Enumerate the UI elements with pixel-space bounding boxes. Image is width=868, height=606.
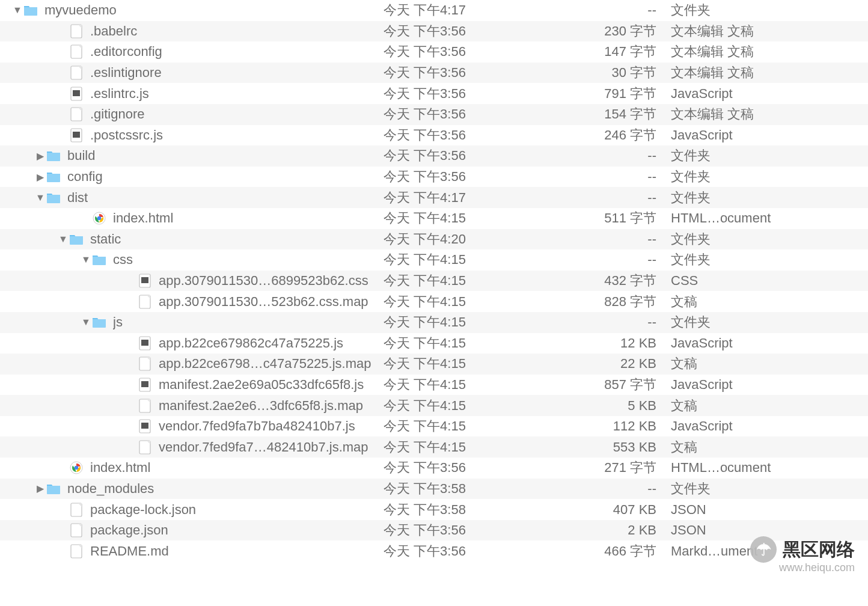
file-name: config	[67, 169, 103, 185]
file-size: --	[540, 2, 671, 18]
file-icon	[69, 106, 84, 122]
name-column: ▼myvuedemo	[0, 2, 384, 18]
file-row[interactable]: package-lock.json今天 下午3:58407 KBJSON	[0, 499, 868, 520]
file-size: 407 KB	[540, 502, 671, 518]
file-size: 511 字节	[540, 209, 671, 227]
disclosure-triangle-icon[interactable]: ▶	[35, 171, 46, 183]
file-size: --	[540, 314, 671, 330]
name-column: ▼css	[0, 252, 384, 268]
file-row[interactable]: vendor.7fed9fa7…482410b7.js.map今天 下午4:15…	[0, 436, 868, 458]
name-column: package-lock.json	[0, 502, 384, 518]
file-name: manifest.2ae2e69a05c33dfc65f8.js	[159, 377, 364, 393]
file-row[interactable]: ▶config今天 下午3:56--文件夹	[0, 167, 868, 188]
name-column: .eslintignore	[0, 65, 384, 81]
file-row[interactable]: .gitignore今天 下午3:56154 字节文本编辑 文稿	[0, 104, 868, 125]
file-name: .gitignore	[90, 106, 145, 122]
name-column: package.json	[0, 522, 384, 538]
name-column: ▶build	[0, 148, 384, 164]
file-size: 466 字节	[540, 542, 671, 560]
date-modified: 今天 下午3:56	[384, 64, 540, 82]
file-size: --	[540, 252, 671, 268]
file-row[interactable]: ▼css今天 下午4:15--文件夹	[0, 249, 868, 271]
file-size: 5 KB	[540, 398, 671, 414]
file-row[interactable]: ▶build今天 下午3:56--文件夹	[0, 145, 868, 167]
name-column: vendor.7fed9fa7b7ba482410b7.js	[0, 418, 384, 434]
svg-rect-11	[73, 132, 80, 138]
file-size: 271 字节	[540, 459, 671, 477]
file-size: 857 字节	[540, 376, 671, 394]
file-row[interactable]: .eslintignore今天 下午3:5630 字节文本编辑 文稿	[0, 63, 868, 84]
file-name: dist	[67, 190, 88, 206]
date-modified: 今天 下午3:56	[384, 147, 540, 165]
watermark-logo-icon: ☂	[750, 536, 777, 563]
disclosure-triangle-icon[interactable]: ▼	[58, 234, 69, 245]
code-file-icon	[69, 127, 84, 143]
date-modified: 今天 下午3:56	[384, 43, 540, 61]
disclosure-triangle-icon[interactable]: ▶	[35, 483, 46, 494]
file-size: 147 字节	[540, 43, 671, 61]
file-kind: 文件夹	[671, 1, 868, 19]
file-kind: 文稿	[671, 397, 868, 415]
folder-icon	[46, 190, 61, 206]
file-size: --	[540, 231, 671, 247]
file-name: myvuedemo	[44, 2, 117, 18]
file-size: 230 字节	[540, 22, 671, 40]
disclosure-triangle-icon[interactable]: ▼	[12, 5, 23, 16]
file-size: 432 字节	[540, 272, 671, 290]
file-row[interactable]: app.b22ce6798…c47a75225.js.map今天 下午4:152…	[0, 354, 868, 375]
file-icon	[69, 65, 84, 81]
name-column: .gitignore	[0, 106, 384, 122]
disclosure-triangle-icon[interactable]: ▼	[35, 192, 46, 203]
file-row[interactable]: app.3079011530…6899523b62.css今天 下午4:1543…	[0, 271, 868, 292]
file-kind: JavaScript	[671, 127, 868, 143]
file-row[interactable]: vendor.7fed9fa7b7ba482410b7.js今天 下午4:151…	[0, 416, 868, 437]
file-row[interactable]: .eslintrc.js今天 下午3:56791 字节JavaScript	[0, 83, 868, 104]
file-size: --	[540, 190, 671, 206]
file-row[interactable]: .postcssrc.js今天 下午3:56246 字节JavaScript	[0, 125, 868, 146]
date-modified: 今天 下午4:15	[384, 355, 540, 373]
file-row[interactable]: index.html今天 下午4:15511 字节HTML…ocument	[0, 208, 868, 229]
file-row[interactable]: ▼dist今天 下午4:17--文件夹	[0, 187, 868, 208]
file-row[interactable]: app.3079011530…523b62.css.map今天 下午4:1582…	[0, 291, 868, 312]
date-modified: 今天 下午3:58	[384, 480, 540, 498]
disclosure-triangle-icon[interactable]: ▼	[81, 317, 91, 328]
svg-point-13	[97, 216, 101, 220]
file-kind: 文件夹	[671, 168, 868, 186]
file-row[interactable]: app.b22ce679862c47a75225.js今天 下午4:1512 K…	[0, 333, 868, 354]
file-name: index.html	[90, 460, 150, 476]
disclosure-triangle-icon[interactable]: ▶	[35, 150, 46, 162]
date-modified: 今天 下午3:56	[384, 126, 540, 144]
date-modified: 今天 下午3:56	[384, 168, 540, 186]
file-name: build	[67, 148, 95, 164]
disclosure-triangle-icon[interactable]: ▼	[81, 254, 91, 265]
file-row[interactable]: README.md今天 下午3:56466 字节Markd…ument	[0, 540, 868, 562]
folder-icon	[69, 231, 84, 247]
file-name: vendor.7fed9fa7b7ba482410b7.js	[159, 418, 355, 434]
file-name: .babelrc	[90, 23, 137, 39]
date-modified: 今天 下午3:56	[384, 521, 540, 539]
name-column: ▼dist	[0, 190, 384, 206]
date-modified: 今天 下午3:58	[384, 501, 540, 519]
svg-rect-19	[141, 340, 148, 346]
file-size: 828 字节	[540, 293, 671, 311]
name-column: app.b22ce6798…c47a75225.js.map	[0, 356, 384, 372]
file-icon	[69, 543, 84, 559]
file-row[interactable]: manifest.2ae2e6…3dfc65f8.js.map今天 下午4:15…	[0, 395, 868, 416]
file-row[interactable]: ▶node_modules今天 下午3:58--文件夹	[0, 479, 868, 500]
file-row[interactable]: manifest.2ae2e69a05c33dfc65f8.js今天 下午4:1…	[0, 375, 868, 396]
code-file-icon	[137, 377, 153, 393]
name-column: app.b22ce679862c47a75225.js	[0, 335, 384, 351]
file-name: README.md	[90, 543, 169, 559]
file-row[interactable]: package.json今天 下午3:562 KBJSON	[0, 520, 868, 541]
file-name: package.json	[90, 522, 168, 538]
folder-icon	[46, 169, 61, 185]
name-column: README.md	[0, 543, 384, 559]
file-row[interactable]: ▼myvuedemo今天 下午4:17--文件夹	[0, 0, 868, 21]
file-kind: CSS	[671, 273, 868, 289]
file-row[interactable]: ▼js今天 下午4:15--文件夹	[0, 312, 868, 333]
file-row[interactable]: .babelrc今天 下午3:56230 字节文本编辑 文稿	[0, 21, 868, 42]
file-row[interactable]: .editorconfig今天 下午3:56147 字节文本编辑 文稿	[0, 41, 868, 63]
file-row[interactable]: ▼static今天 下午4:20--文件夹	[0, 229, 868, 250]
name-column: .babelrc	[0, 23, 384, 39]
file-row[interactable]: index.html今天 下午3:56271 字节HTML…ocument	[0, 458, 868, 479]
